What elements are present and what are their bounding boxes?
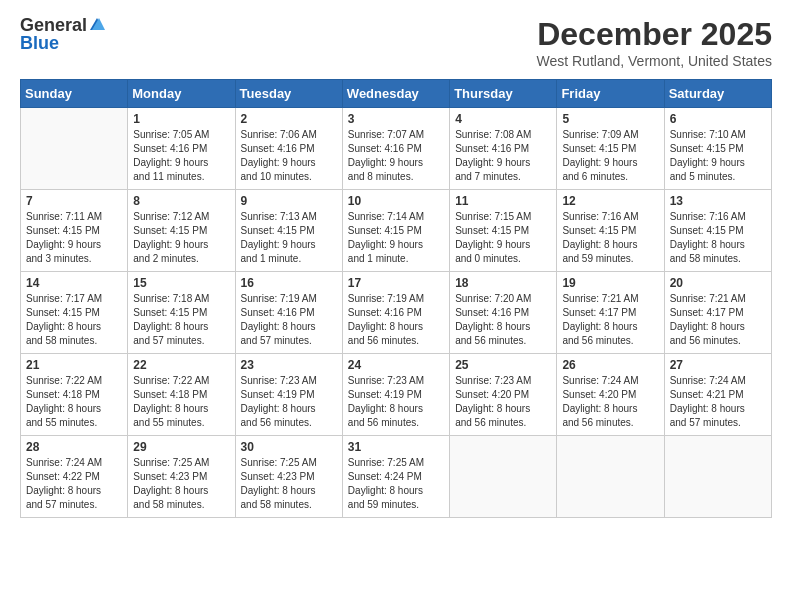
cell-details: Sunrise: 7:22 AM Sunset: 4:18 PM Dayligh… <box>26 374 122 430</box>
day-number: 2 <box>241 112 337 126</box>
cell-details: Sunrise: 7:23 AM Sunset: 4:19 PM Dayligh… <box>348 374 444 430</box>
column-header-friday: Friday <box>557 80 664 108</box>
calendar-cell: 8Sunrise: 7:12 AM Sunset: 4:15 PM Daylig… <box>128 190 235 272</box>
day-number: 26 <box>562 358 658 372</box>
column-header-saturday: Saturday <box>664 80 771 108</box>
calendar-cell: 21Sunrise: 7:22 AM Sunset: 4:18 PM Dayli… <box>21 354 128 436</box>
day-number: 29 <box>133 440 229 454</box>
calendar-cell <box>664 436 771 518</box>
day-number: 6 <box>670 112 766 126</box>
cell-details: Sunrise: 7:06 AM Sunset: 4:16 PM Dayligh… <box>241 128 337 184</box>
cell-details: Sunrise: 7:24 AM Sunset: 4:22 PM Dayligh… <box>26 456 122 512</box>
header: General Blue December 2025 West Rutland,… <box>20 16 772 69</box>
calendar-cell: 3Sunrise: 7:07 AM Sunset: 4:16 PM Daylig… <box>342 108 449 190</box>
cell-details: Sunrise: 7:19 AM Sunset: 4:16 PM Dayligh… <box>241 292 337 348</box>
day-number: 13 <box>670 194 766 208</box>
calendar-cell: 23Sunrise: 7:23 AM Sunset: 4:19 PM Dayli… <box>235 354 342 436</box>
day-number: 10 <box>348 194 444 208</box>
calendar-cell: 17Sunrise: 7:19 AM Sunset: 4:16 PM Dayli… <box>342 272 449 354</box>
day-number: 12 <box>562 194 658 208</box>
calendar-cell: 29Sunrise: 7:25 AM Sunset: 4:23 PM Dayli… <box>128 436 235 518</box>
day-number: 9 <box>241 194 337 208</box>
logo-icon <box>88 16 106 34</box>
day-number: 5 <box>562 112 658 126</box>
week-row-4: 28Sunrise: 7:24 AM Sunset: 4:22 PM Dayli… <box>21 436 772 518</box>
day-number: 11 <box>455 194 551 208</box>
cell-details: Sunrise: 7:16 AM Sunset: 4:15 PM Dayligh… <box>670 210 766 266</box>
cell-details: Sunrise: 7:09 AM Sunset: 4:15 PM Dayligh… <box>562 128 658 184</box>
day-number: 18 <box>455 276 551 290</box>
calendar-cell: 30Sunrise: 7:25 AM Sunset: 4:23 PM Dayli… <box>235 436 342 518</box>
column-header-tuesday: Tuesday <box>235 80 342 108</box>
day-number: 23 <box>241 358 337 372</box>
day-number: 14 <box>26 276 122 290</box>
day-number: 21 <box>26 358 122 372</box>
calendar-cell: 31Sunrise: 7:25 AM Sunset: 4:24 PM Dayli… <box>342 436 449 518</box>
day-number: 4 <box>455 112 551 126</box>
cell-details: Sunrise: 7:21 AM Sunset: 4:17 PM Dayligh… <box>670 292 766 348</box>
calendar-cell: 26Sunrise: 7:24 AM Sunset: 4:20 PM Dayli… <box>557 354 664 436</box>
calendar-cell <box>21 108 128 190</box>
day-number: 20 <box>670 276 766 290</box>
calendar-cell: 19Sunrise: 7:21 AM Sunset: 4:17 PM Dayli… <box>557 272 664 354</box>
calendar-cell: 1Sunrise: 7:05 AM Sunset: 4:16 PM Daylig… <box>128 108 235 190</box>
day-number: 16 <box>241 276 337 290</box>
week-row-1: 7Sunrise: 7:11 AM Sunset: 4:15 PM Daylig… <box>21 190 772 272</box>
day-number: 3 <box>348 112 444 126</box>
day-number: 30 <box>241 440 337 454</box>
calendar-cell: 15Sunrise: 7:18 AM Sunset: 4:15 PM Dayli… <box>128 272 235 354</box>
cell-details: Sunrise: 7:11 AM Sunset: 4:15 PM Dayligh… <box>26 210 122 266</box>
calendar-cell: 5Sunrise: 7:09 AM Sunset: 4:15 PM Daylig… <box>557 108 664 190</box>
calendar-cell: 4Sunrise: 7:08 AM Sunset: 4:16 PM Daylig… <box>450 108 557 190</box>
cell-details: Sunrise: 7:18 AM Sunset: 4:15 PM Dayligh… <box>133 292 229 348</box>
day-number: 1 <box>133 112 229 126</box>
day-number: 17 <box>348 276 444 290</box>
cell-details: Sunrise: 7:10 AM Sunset: 4:15 PM Dayligh… <box>670 128 766 184</box>
cell-details: Sunrise: 7:13 AM Sunset: 4:15 PM Dayligh… <box>241 210 337 266</box>
cell-details: Sunrise: 7:20 AM Sunset: 4:16 PM Dayligh… <box>455 292 551 348</box>
cell-details: Sunrise: 7:15 AM Sunset: 4:15 PM Dayligh… <box>455 210 551 266</box>
calendar-cell <box>557 436 664 518</box>
cell-details: Sunrise: 7:25 AM Sunset: 4:23 PM Dayligh… <box>133 456 229 512</box>
title-area: December 2025 West Rutland, Vermont, Uni… <box>536 16 772 69</box>
column-header-sunday: Sunday <box>21 80 128 108</box>
day-number: 27 <box>670 358 766 372</box>
calendar-cell: 2Sunrise: 7:06 AM Sunset: 4:16 PM Daylig… <box>235 108 342 190</box>
cell-details: Sunrise: 7:14 AM Sunset: 4:15 PM Dayligh… <box>348 210 444 266</box>
calendar-cell: 6Sunrise: 7:10 AM Sunset: 4:15 PM Daylig… <box>664 108 771 190</box>
logo: General Blue <box>20 16 106 54</box>
day-number: 22 <box>133 358 229 372</box>
day-number: 31 <box>348 440 444 454</box>
column-header-thursday: Thursday <box>450 80 557 108</box>
cell-details: Sunrise: 7:23 AM Sunset: 4:20 PM Dayligh… <box>455 374 551 430</box>
subtitle: West Rutland, Vermont, United States <box>536 53 772 69</box>
calendar-cell: 27Sunrise: 7:24 AM Sunset: 4:21 PM Dayli… <box>664 354 771 436</box>
calendar-table: SundayMondayTuesdayWednesdayThursdayFrid… <box>20 79 772 518</box>
calendar-cell: 25Sunrise: 7:23 AM Sunset: 4:20 PM Dayli… <box>450 354 557 436</box>
cell-details: Sunrise: 7:08 AM Sunset: 4:16 PM Dayligh… <box>455 128 551 184</box>
calendar-cell <box>450 436 557 518</box>
week-row-3: 21Sunrise: 7:22 AM Sunset: 4:18 PM Dayli… <box>21 354 772 436</box>
calendar-cell: 12Sunrise: 7:16 AM Sunset: 4:15 PM Dayli… <box>557 190 664 272</box>
cell-details: Sunrise: 7:24 AM Sunset: 4:20 PM Dayligh… <box>562 374 658 430</box>
header-row: SundayMondayTuesdayWednesdayThursdayFrid… <box>21 80 772 108</box>
column-header-wednesday: Wednesday <box>342 80 449 108</box>
week-row-0: 1Sunrise: 7:05 AM Sunset: 4:16 PM Daylig… <box>21 108 772 190</box>
day-number: 8 <box>133 194 229 208</box>
page: General Blue December 2025 West Rutland,… <box>0 0 792 612</box>
column-header-monday: Monday <box>128 80 235 108</box>
calendar-cell: 9Sunrise: 7:13 AM Sunset: 4:15 PM Daylig… <box>235 190 342 272</box>
calendar-cell: 22Sunrise: 7:22 AM Sunset: 4:18 PM Dayli… <box>128 354 235 436</box>
calendar-cell: 20Sunrise: 7:21 AM Sunset: 4:17 PM Dayli… <box>664 272 771 354</box>
cell-details: Sunrise: 7:21 AM Sunset: 4:17 PM Dayligh… <box>562 292 658 348</box>
cell-details: Sunrise: 7:23 AM Sunset: 4:19 PM Dayligh… <box>241 374 337 430</box>
calendar-cell: 11Sunrise: 7:15 AM Sunset: 4:15 PM Dayli… <box>450 190 557 272</box>
cell-details: Sunrise: 7:19 AM Sunset: 4:16 PM Dayligh… <box>348 292 444 348</box>
day-number: 19 <box>562 276 658 290</box>
day-number: 25 <box>455 358 551 372</box>
week-row-2: 14Sunrise: 7:17 AM Sunset: 4:15 PM Dayli… <box>21 272 772 354</box>
cell-details: Sunrise: 7:22 AM Sunset: 4:18 PM Dayligh… <box>133 374 229 430</box>
cell-details: Sunrise: 7:25 AM Sunset: 4:23 PM Dayligh… <box>241 456 337 512</box>
calendar-cell: 7Sunrise: 7:11 AM Sunset: 4:15 PM Daylig… <box>21 190 128 272</box>
logo-blue-text: Blue <box>20 34 59 54</box>
